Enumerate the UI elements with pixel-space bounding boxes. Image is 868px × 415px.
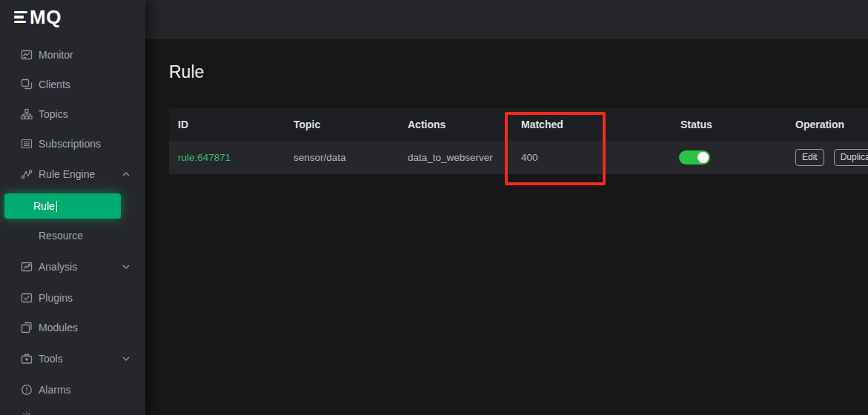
app-logo: MQ: [14, 7, 62, 27]
edit-button[interactable]: Edit: [795, 149, 824, 166]
sidebar-item-alarms[interactable]: Alarms: [0, 375, 145, 405]
sidebar-item-clients[interactable]: Clients: [0, 70, 145, 99]
column-header-actions: Actions: [399, 119, 512, 130]
sidebar-item-analysis[interactable]: Analysis: [0, 252, 145, 282]
chevron-down-icon[interactable]: [122, 354, 130, 363]
sidebar-item-subscriptions[interactable]: Subscriptions: [0, 129, 145, 159]
status-toggle[interactable]: [679, 150, 710, 165]
alarms-icon: [21, 384, 33, 396]
sidebar-item-label: Rule Engine: [39, 168, 95, 180]
sidebar-item-label: Analysis: [39, 261, 77, 273]
chevron-down-icon[interactable]: [122, 262, 130, 271]
sidebar-item-resource[interactable]: Resource: [0, 221, 145, 250]
column-header-topic: Topic: [285, 119, 399, 130]
sidebar: MQ Monitor Clients Topics Subscriptions …: [0, 0, 145, 415]
sidebar-item-modules[interactable]: Modules: [0, 313, 145, 342]
sidebar-item-tools[interactable]: Tools: [0, 344, 145, 374]
table-header-row: ID Topic Actions Matched Status Operatio…: [169, 108, 868, 141]
monitor-icon: [21, 49, 33, 61]
modules-icon: [21, 322, 33, 333]
subscriptions-icon: [21, 138, 33, 150]
text-cursor: [56, 201, 57, 212]
sidebar-item-plugins[interactable]: Plugins: [0, 283, 145, 313]
tools-icon: [21, 353, 33, 365]
column-header-status: Status: [672, 119, 786, 130]
cell-matched: 400: [512, 152, 672, 163]
column-header-id: ID: [169, 119, 285, 130]
column-header-operation: Operation: [786, 119, 868, 130]
column-header-matched: Matched: [512, 119, 672, 130]
sidebar-item-label: Modules: [39, 322, 78, 333]
analysis-icon: [21, 261, 33, 273]
cell-topic: sensor/data: [285, 152, 399, 163]
duplicate-button[interactable]: Duplicate: [834, 149, 868, 166]
page-title: Rule: [169, 62, 204, 82]
sidebar-item-label: Monitor: [39, 49, 73, 61]
toggle-knob: [698, 152, 709, 163]
cell-actions: data_to_webserver: [399, 152, 512, 163]
sidebar-item-label: Rule: [33, 200, 55, 212]
sidebar-item-label: Subscriptions: [39, 138, 101, 150]
clients-icon: [21, 79, 33, 90]
rule-engine-icon: [21, 168, 33, 180]
topics-icon: [21, 108, 33, 120]
sidebar-item-monitor[interactable]: Monitor: [0, 40, 145, 70]
sidebar-item-label: Resource: [39, 230, 83, 242]
sidebar-item-label: Tools: [39, 353, 63, 365]
sidebar-item-label: Topics: [39, 108, 68, 120]
rule-id-link[interactable]: rule:647871: [178, 152, 231, 163]
sidebar-item-label: Plugins: [39, 292, 73, 304]
sidebar-item-label: Alarms: [39, 384, 71, 396]
sidebar-item-label: Clients: [39, 79, 70, 90]
settings-icon[interactable]: [21, 411, 33, 415]
sidebar-item-rule-engine[interactable]: Rule Engine: [0, 159, 145, 189]
topbar: ? GitHub: [145, 0, 868, 39]
sidebar-item-topics[interactable]: Topics: [0, 99, 145, 129]
chevron-up-icon[interactable]: [122, 170, 130, 179]
sidebar-item-rule-active[interactable]: Rule: [4, 193, 121, 219]
logo-text: MQ: [30, 7, 62, 27]
plugins-icon: [21, 292, 33, 304]
table-row: rule:647871 sensor/data data_to_webserve…: [169, 141, 868, 175]
rule-table: ID Topic Actions Matched Status Operatio…: [169, 108, 868, 175]
logo-bars-icon: [14, 11, 27, 24]
